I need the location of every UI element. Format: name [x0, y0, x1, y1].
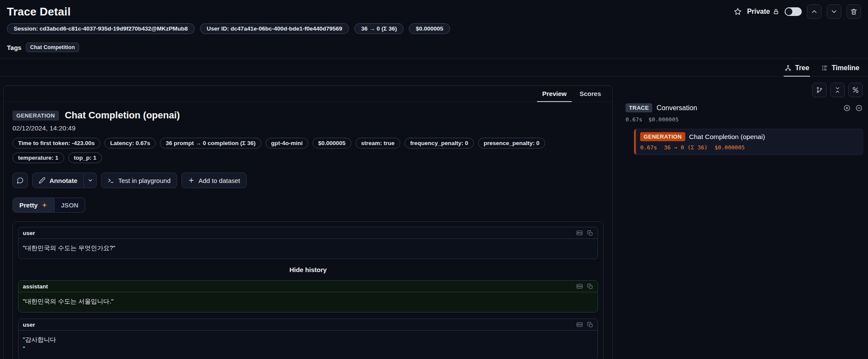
expand-all-button[interactable] [843, 104, 851, 112]
observation-type-badge: GENERATION [12, 111, 59, 121]
hide-history-button[interactable]: Hide history [18, 265, 598, 274]
units-toggle-button[interactable] [848, 83, 863, 97]
user-id-badge[interactable]: User ID: dc47a41e-06bc-400d-bde1-f0e440d… [200, 23, 349, 34]
messages-container: user "대한민국의 수도는 무엇인가요?" [12, 221, 604, 359]
trace-metrics: 0.67s $0.000005 [626, 116, 863, 123]
bookmark-star-button[interactable] [733, 7, 742, 16]
markdown-toggle-icon[interactable] [576, 321, 583, 328]
pretty-label: Pretty [19, 201, 38, 209]
format-pretty-segment[interactable]: Pretty [13, 198, 55, 212]
tree-icon [785, 65, 791, 71]
observation-panel: Preview Scores GENERATION Chat Completio… [3, 85, 613, 359]
tab-scores[interactable]: Scores [574, 87, 606, 102]
annotate-label: Annotate [49, 177, 77, 184]
pen-icon [39, 177, 46, 184]
annotate-split-button: Annotate [32, 173, 97, 188]
terminal-icon [107, 177, 114, 184]
pill-stream: stream: true [356, 138, 400, 149]
message-header: user [18, 319, 598, 331]
generation-type-badge: GENERATION [640, 132, 685, 141]
copy-icon[interactable] [587, 322, 593, 328]
sparkle-icon [41, 202, 48, 208]
comments-button[interactable] [12, 173, 28, 188]
pill-temperature: temperature: 1 [12, 152, 64, 163]
trace-root-row[interactable]: TRACE Conversation [626, 103, 863, 112]
visibility-label: Private [747, 8, 770, 15]
tab-timeline[interactable]: Timeline [820, 64, 860, 77]
message-role: user [23, 322, 35, 328]
annotate-button[interactable]: Annotate [32, 173, 84, 188]
trace-name: Conversation [656, 104, 697, 112]
collapse-all-button[interactable] [830, 83, 845, 97]
trace-latency: 0.67s [626, 116, 642, 123]
playground-label: Test in playground [118, 177, 171, 184]
percentage-icon [852, 87, 859, 93]
collapse-subtree-button[interactable] [855, 104, 863, 112]
pill-time-to-first-token: Time to first token: -423.00s [12, 138, 100, 149]
timeline-icon [821, 65, 828, 71]
annotate-dropdown-button[interactable] [84, 173, 97, 188]
message-role: assistant [23, 283, 48, 290]
message-content: "대한민국의 수도는 서울입니다." [18, 292, 598, 312]
public-sharing-toggle[interactable] [785, 7, 802, 16]
pill-frequency-penalty: frequency_penalty: 0 [405, 138, 474, 149]
add-to-dataset-label: Add to dataset [199, 177, 240, 184]
tag-chat-competition[interactable]: Chat Competition [26, 43, 79, 52]
pill-presence-penalty: presence_penalty: 0 [478, 138, 545, 149]
pill-cost: $0.000005 [313, 138, 351, 149]
trace-type-badge: TRACE [626, 103, 652, 112]
tab-preview[interactable]: Preview [537, 87, 572, 102]
token-usage-badge: 36 → 0 (Σ 36) [354, 23, 404, 34]
chevron-down-icon [830, 8, 838, 15]
message-user-2: user "감사합니다 " [18, 319, 598, 359]
tags-row: Tags Chat Competition [0, 39, 868, 59]
comment-icon [17, 177, 24, 184]
next-trace-button[interactable] [827, 4, 841, 19]
session-badge[interactable]: Session: cd3abcd6-c81c-4037-935d-19d9f27… [7, 23, 195, 34]
message-role: user [23, 230, 35, 236]
generation-tokens: 36 → 0 (Σ 36) [664, 144, 708, 151]
pill-model[interactable]: gpt-4o-mini [266, 138, 309, 149]
visibility-status: Private [747, 8, 779, 15]
plus-circle-icon [843, 104, 851, 112]
copy-icon[interactable] [587, 283, 593, 290]
test-in-playground-button[interactable]: Test in playground [101, 173, 177, 188]
meta-badges-row: Session: cd3abcd6-c81c-4037-935d-19d9f27… [0, 21, 868, 39]
generation-cost: $0.000005 [715, 144, 745, 151]
tab-tree[interactable]: Tree [784, 64, 810, 77]
panel-tabs: Preview Scores [4, 86, 612, 102]
message-user-1: user "대한민국의 수도는 무엇인가요?" [18, 227, 598, 259]
cost-badge: $0.000005 [409, 23, 450, 34]
observation-timestamp: 02/12/2024, 14:20:49 [12, 124, 604, 132]
generation-latency: 0.67s [640, 144, 657, 151]
message-header-icons [576, 321, 593, 328]
message-content: "대한민국의 수도는 무엇인가요?" [18, 239, 598, 259]
observation-title: Chat Completion (openai) [65, 110, 180, 121]
lock-icon [773, 8, 779, 15]
plus-icon [188, 177, 195, 184]
format-toggle: Pretty JSON [12, 198, 85, 213]
tree-toolbar [626, 83, 863, 97]
star-icon [733, 7, 742, 16]
delete-trace-button[interactable] [847, 4, 861, 19]
prev-trace-button[interactable] [807, 4, 822, 19]
minus-circle-icon [855, 104, 863, 112]
markdown-toggle-icon[interactable] [576, 283, 583, 290]
message-header: assistant [18, 281, 598, 292]
page-title: Trace Detail [7, 5, 71, 19]
panel-body: GENERATION Chat Completion (openai) 02/1… [4, 102, 612, 359]
generation-metrics: 0.67s 36 → 0 (Σ 36) $0.000005 [640, 144, 859, 151]
message-assistant: assistant "대한민국의 수도는 서울입니다." [18, 280, 598, 313]
copy-icon[interactable] [587, 230, 593, 236]
format-json-segment[interactable]: JSON [55, 198, 85, 212]
message-header-icons [576, 229, 593, 236]
markdown-toggle-icon[interactable] [576, 229, 583, 236]
metric-pills: Time to first token: -423.00s Latency: 0… [12, 138, 580, 163]
tree-generation-node[interactable]: GENERATION Chat Completion (openai) 0.67… [634, 129, 863, 155]
add-to-dataset-button[interactable]: Add to dataset [181, 173, 247, 188]
tab-timeline-label: Timeline [831, 64, 859, 72]
trace-tree-sidebar: TRACE Conversation 0.67s $0.000005 GENER… [613, 77, 868, 155]
json-label: JSON [61, 201, 79, 209]
fold-vertical-icon [834, 87, 841, 93]
branch-view-button[interactable] [812, 83, 827, 97]
